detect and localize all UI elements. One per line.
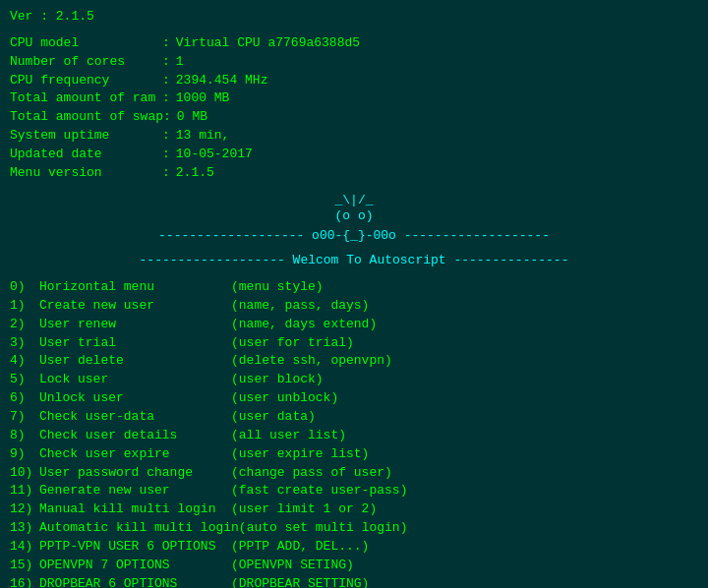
info-colon: : (162, 34, 170, 53)
menu-item[interactable]: 16)DROPBEAR 6 OPTIONS (DROPBEAR SETTING) (10, 575, 698, 588)
menu-desc: (user unblock) (231, 389, 338, 408)
menu-label: 0)Horizontal menu (10, 278, 231, 297)
menu-item[interactable]: 15)OPENVPN 7 OPTIONS (OPENVPN SETING) (10, 557, 698, 575)
info-key: CPU frequency (10, 72, 162, 90)
version-text: Ver : 2.1.5 (10, 8, 698, 27)
info-value: 10-05-2017 (176, 146, 253, 164)
menu-item[interactable]: 7)Check user-data (user data) (10, 408, 698, 427)
info-row: Number of cores : 1 (10, 53, 698, 72)
menu-item[interactable]: 6)Unlock user (user unblock) (10, 389, 698, 408)
info-value: 13 min, (176, 127, 230, 146)
menu-label: 12)Manual kill multi login (10, 500, 231, 519)
info-key: Updated date (10, 146, 162, 164)
menu-desc: (user expire list) (231, 445, 369, 464)
menu-label: 3)User trial (10, 334, 231, 353)
menu-label: 10)User password change (10, 464, 231, 483)
info-value: 1000 MB (176, 89, 230, 108)
menu-desc: (name, pass, days) (231, 297, 369, 316)
menu-label: 4)User delete (10, 352, 231, 371)
info-colon: : (162, 127, 170, 146)
menu-desc: (menu style) (231, 278, 324, 297)
menu-item[interactable]: 12)Manual kill multi login (user limit 1… (10, 500, 698, 519)
menu-desc: (fast create user-pass) (231, 482, 407, 500)
menu-label: 1)Create new user (10, 297, 231, 316)
info-key: Total amount of ram (10, 89, 162, 108)
info-value: 1 (176, 53, 184, 72)
welcome-text: ------------------- Welcom To Autoscript… (10, 252, 698, 270)
info-row: Menu version : 2.1.5 (10, 164, 698, 183)
menu-desc: (all user list) (231, 427, 346, 445)
info-colon: : (162, 164, 170, 183)
info-key: Menu version (10, 164, 162, 183)
menu-item[interactable]: 13)Automatic kill multi login (auto set … (10, 519, 698, 538)
menu-label: 9)Check user expire (10, 445, 231, 464)
menu-desc: (user data) (231, 408, 316, 427)
info-key: Total amount of swap (10, 108, 163, 127)
menu-item[interactable]: 11)Generate new user (fast create user-p… (10, 482, 698, 500)
divider-line: ------------------- o00-{_}-00o --------… (10, 227, 698, 246)
menu-item[interactable]: 2)User renew (name, days extend) (10, 316, 698, 334)
info-colon: : (162, 72, 170, 90)
info-value: 0 MB (177, 108, 207, 127)
ascii-art: _\|/_ (o o) (10, 193, 698, 226)
menu-item[interactable]: 1)Create new user (name, pass, days) (10, 297, 698, 316)
menu-desc: (user for trial) (231, 334, 354, 353)
info-row: CPU model : Virtual CPU a7769a6388d5 (10, 34, 698, 53)
menu-desc: (auto set multi login) (239, 519, 408, 538)
info-colon: : (163, 108, 171, 127)
ascii-line2: (o o) (10, 208, 698, 225)
menu-item[interactable]: 8)Check user details (all user list) (10, 427, 698, 445)
menu-desc: (name, days extend) (231, 316, 377, 334)
info-row: Total amount of swap : 0 MB (10, 108, 698, 127)
info-key: Number of cores (10, 53, 162, 72)
info-colon: : (162, 89, 170, 108)
info-colon: : (162, 146, 170, 164)
info-value: 2.1.5 (176, 164, 214, 183)
info-value: Virtual CPU a7769a6388d5 (176, 34, 360, 53)
menu-item[interactable]: 4)User delete (delete ssh, openvpn) (10, 352, 698, 371)
menu-label: 14)PPTP-VPN USER 6 OPTIONS (10, 538, 231, 557)
menu-label: 11)Generate new user (10, 482, 231, 500)
menu-section: 0)Horizontal menu (menu style) 1)Create … (10, 278, 698, 588)
menu-item[interactable]: 14)PPTP-VPN USER 6 OPTIONS (PPTP ADD, DE… (10, 538, 698, 557)
menu-label: 15)OPENVPN 7 OPTIONS (10, 557, 231, 575)
menu-desc: (PPTP ADD, DEL...) (231, 538, 369, 557)
system-info-section: CPU model : Virtual CPU a7769a6388d5 Num… (10, 34, 698, 183)
menu-desc: (DROPBEAR SETTING) (231, 575, 369, 588)
info-key: System uptime (10, 127, 162, 146)
info-row: Updated date : 10-05-2017 (10, 146, 698, 164)
info-row: System uptime : 13 min, (10, 127, 698, 146)
menu-desc: (change pass of user) (231, 464, 392, 483)
menu-item[interactable]: 0)Horizontal menu (menu style) (10, 278, 698, 297)
menu-label: 2)User renew (10, 316, 231, 334)
menu-item[interactable]: 5)Lock user (user block) (10, 371, 698, 389)
menu-item[interactable]: 9)Check user expire (user expire list) (10, 445, 698, 464)
ascii-line1: _\|/_ (10, 193, 698, 209)
menu-label: 8)Check user details (10, 427, 231, 445)
info-row: CPU frequency : 2394.454 MHz (10, 72, 698, 90)
menu-label: 6)Unlock user (10, 389, 231, 408)
info-row: Total amount of ram : 1000 MB (10, 89, 698, 108)
menu-desc: (OPENVPN SETING) (231, 557, 354, 575)
info-colon: : (162, 53, 170, 72)
menu-label: 16)DROPBEAR 6 OPTIONS (10, 575, 231, 588)
menu-item[interactable]: 10)User password change (change pass of … (10, 464, 698, 483)
menu-desc: (user limit 1 or 2) (231, 500, 377, 519)
info-key: CPU model (10, 34, 162, 53)
menu-label: 7)Check user-data (10, 408, 231, 427)
menu-desc: (delete ssh, openvpn) (231, 352, 392, 371)
menu-desc: (user block) (231, 371, 324, 389)
info-value: 2394.454 MHz (176, 72, 268, 90)
menu-label: 13)Automatic kill multi login (10, 519, 239, 538)
menu-item[interactable]: 3)User trial (user for trial) (10, 334, 698, 353)
menu-label: 5)Lock user (10, 371, 231, 389)
